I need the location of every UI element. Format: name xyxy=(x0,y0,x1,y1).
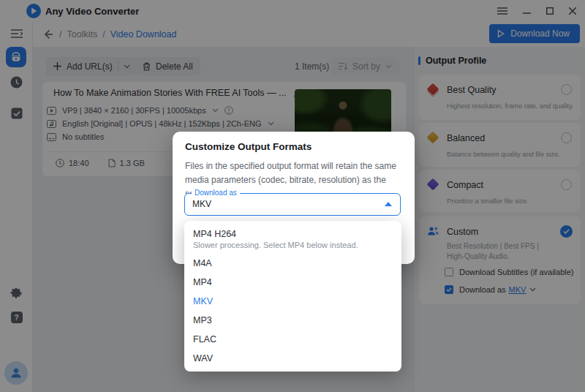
caret-up-icon xyxy=(385,202,392,206)
dialog-title: Customize Output Formats xyxy=(185,141,312,152)
format-options-dropdown: MP4 H264 Slower processing. Select MP4 b… xyxy=(184,221,401,372)
option-mkv[interactable]: MKV xyxy=(184,292,401,311)
option-mp3[interactable]: MP3 xyxy=(184,311,401,330)
option-mp4-h264[interactable]: MP4 H264 Slower processing. Select MP4 b… xyxy=(184,225,401,254)
select-value: MKV xyxy=(192,194,211,214)
option-flac[interactable]: FLAC xyxy=(184,330,401,349)
option-mp4[interactable]: MP4 xyxy=(184,273,401,292)
option-wav[interactable]: WAV xyxy=(184,349,401,368)
app-window: Any Video Converter / Toolkits / Video D… xyxy=(0,0,585,392)
download-as-select[interactable]: Download as MKV xyxy=(184,193,401,216)
option-desc: Slower processing. Select MP4 below inst… xyxy=(193,241,393,249)
option-m4a[interactable]: M4A xyxy=(184,254,401,273)
